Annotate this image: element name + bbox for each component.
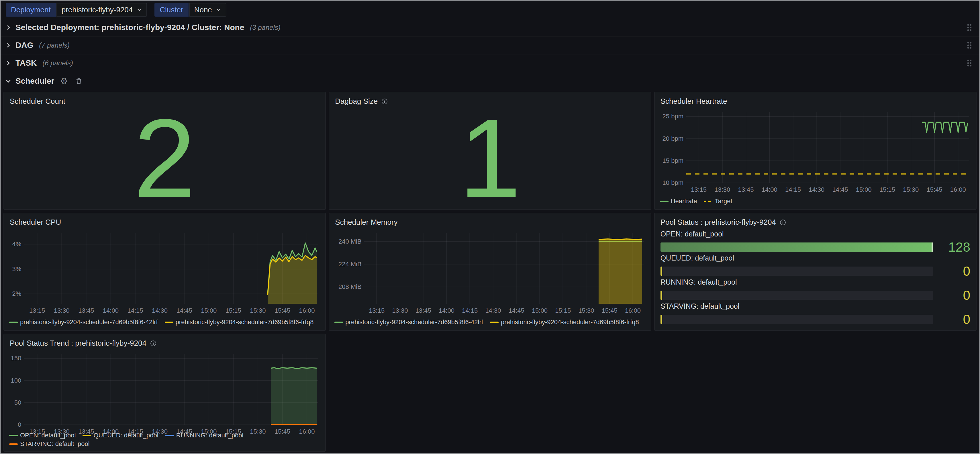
row-panel-count: (6 panels) [42,59,73,67]
chart-svg [6,350,323,438]
panel-pool-status-trend: Pool Status Trend : prehistoric-flyby-92… [3,334,326,452]
row-title: Scheduler [16,76,54,86]
panel-title[interactable]: Scheduler Count [10,97,65,106]
gauge-fill [660,242,933,252]
y-axis-label: 4% [12,240,21,248]
panel-scheduler-cpu: Scheduler CPU 2%3%4%13:1513:3013:4514:00… [3,213,326,331]
row-selected-deployment[interactable]: Selected Deployment: prehistoric-flyby-9… [1,19,979,37]
legend-series-name: Target [715,198,732,205]
grip-icon [966,59,972,67]
y-axis-label: 224 MiB [339,260,362,268]
legend-series-color-icon [334,322,343,323]
grip-icon [966,23,972,32]
y-axis-label: 20 bpm [662,135,683,143]
pool-gauge-row: QUEUED: default_pool0 [660,254,970,278]
variable-cluster-select[interactable]: None [189,3,226,17]
panel-scheduler-memory: Scheduler Memory 208 MiB224 MiB240 MiB13… [329,213,651,331]
gauge-bar [660,291,933,300]
panel-header: Pool Status : prehistoric-flyby-9204 [655,213,976,228]
memory-legend: prehistoric-flyby-9204-scheduler-7d69b5f… [329,317,651,330]
gauge-value: 0 [939,288,970,302]
chevron-down-icon [216,7,221,12]
y-axis-label: 25 bpm [662,112,683,120]
row-panel-count: (3 panels) [250,24,280,32]
y-axis-label: 150 [11,354,21,362]
gauge-fill [660,266,662,276]
gauge-label: RUNNING: default_pool [660,278,970,286]
info-icon[interactable] [150,340,157,347]
legend-item[interactable]: Target [704,198,732,205]
row-drag-handle[interactable] [966,41,975,49]
gauge-bar [660,315,933,324]
grafana-dashboard: Deployment prehistoric-flyby-9204 Cluste… [0,0,980,454]
chevron-right-icon [5,60,11,66]
grip-icon [966,41,972,49]
chevron-right-icon [5,42,11,48]
legend-series-name: prehistoric-flyby-9204-scheduler-7d69b5f… [176,319,314,326]
row-settings-button[interactable]: ⚙ [58,77,69,85]
legend-series-color-icon [704,201,712,202]
panel-grid: Scheduler Count 2 Dagbag Size 1 Schedule… [1,90,979,454]
y-axis-label: 3% [12,265,21,273]
gauge-bar [660,266,933,276]
x-axis-label: 16:00 [293,428,321,436]
chevron-down-icon [137,7,142,12]
y-axis-label: 208 MiB [339,283,362,291]
y-axis-label: 50 [14,399,21,407]
panel-title[interactable]: Scheduler Heartrate [660,97,727,106]
row-scheduler[interactable]: Scheduler ⚙ [1,72,979,90]
variable-deployment-label: Deployment [6,3,56,17]
pool-trend-chart[interactable]: 05010015013:1513:3013:4514:0014:1514:301… [6,350,323,431]
legend-item[interactable]: prehistoric-flyby-9204-scheduler-7d69b5f… [9,319,158,326]
gauge-value: 0 [939,313,970,326]
dagbag-size-value: 1 [459,111,521,206]
variable-deployment: Deployment prehistoric-flyby-9204 [6,3,147,17]
legend-item[interactable]: prehistoric-flyby-9204-scheduler-7d69b5f… [334,319,483,326]
info-icon[interactable] [381,98,388,105]
legend-item[interactable]: prehistoric-flyby-9204-scheduler-7d69b5f… [490,319,639,326]
y-axis-label: 10 bpm [662,179,683,187]
row-delete-button[interactable] [73,77,84,85]
panel-title[interactable]: Scheduler CPU [10,218,61,227]
legend-series-name: Heartrate [671,198,697,205]
variable-deployment-value: prehistoric-flyby-9204 [62,5,133,14]
row-drag-handle[interactable] [966,59,975,67]
y-axis-label: 0 [18,421,21,429]
heartrate-legend: HeartrateTarget [655,196,976,209]
legend-series-name: STARVING: default_pool [20,440,90,448]
legend-series-color-icon [9,443,18,445]
panel-pool-status: Pool Status : prehistoric-flyby-9204 OPE… [654,213,977,331]
legend-series-name: prehistoric-flyby-9204-scheduler-7d69b5f… [501,319,639,326]
y-axis-label: 100 [11,377,21,385]
variable-cluster: Cluster None [154,3,226,17]
memory-chart[interactable]: 208 MiB224 MiB240 MiB13:1513:3013:4514:0… [331,229,649,317]
row-task[interactable]: TASK (6 panels) [1,54,979,72]
legend-item[interactable]: Heartrate [660,198,697,205]
gauge-label: OPEN: default_pool [660,230,970,238]
gear-icon: ⚙ [60,77,68,85]
panel-title[interactable]: Pool Status Trend : prehistoric-flyby-92… [10,339,146,348]
panel-title[interactable]: Scheduler Memory [335,218,398,227]
scheduler-count-value: 2 [134,111,196,206]
info-icon[interactable] [780,219,786,226]
variable-cluster-value: None [194,5,212,14]
cpu-chart[interactable]: 2%3%4%13:1513:3013:4514:0014:1514:3014:4… [6,229,323,317]
row-dag[interactable]: DAG (7 panels) [1,37,979,54]
variable-deployment-select[interactable]: prehistoric-flyby-9204 [56,3,147,17]
panel-title[interactable]: Dagbag Size [335,97,378,106]
panel-title[interactable]: Pool Status : prehistoric-flyby-9204 [660,218,776,227]
legend-series-name: prehistoric-flyby-9204-scheduler-7d69b5f… [20,319,158,326]
gauge-value: 128 [939,241,970,254]
y-axis-label: 240 MiB [339,237,362,245]
gauge-line: 128 [660,241,970,254]
row-title: DAG [16,41,33,50]
legend-item[interactable]: STARVING: default_pool [9,440,90,448]
legend-item[interactable]: prehistoric-flyby-9204-scheduler-7d69b5f… [165,319,314,326]
panel-header: Scheduler Memory [329,213,651,228]
row-drag-handle[interactable] [966,23,975,32]
heartrate-chart[interactable]: 10 bpm15 bpm20 bpm25 bpm13:1513:3013:451… [657,108,974,196]
trash-icon [75,77,83,85]
row-title: Selected Deployment: prehistoric-flyby-9… [16,23,244,32]
gauge-line: 0 [660,288,970,302]
panel-scheduler-heartrate: Scheduler Heartrate 10 bpm15 bpm20 bpm25… [654,92,977,210]
